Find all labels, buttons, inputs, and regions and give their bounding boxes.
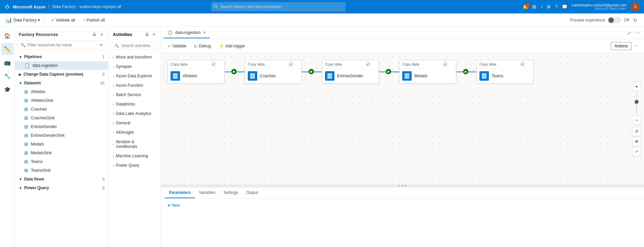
activity-azure-function[interactable]: › Azure Function	[109, 81, 160, 90]
add-trigger-button[interactable]: ⚡ Add trigger	[216, 42, 248, 50]
svg-rect-5	[250, 75, 255, 77]
new-parameter-button[interactable]: + New	[165, 201, 182, 209]
activity-general[interactable]: › General	[109, 118, 160, 128]
canvas-expand-controls: ⤢ ⋯	[626, 29, 644, 37]
zoom-out-button[interactable]: −	[632, 115, 641, 125]
activities-search-input[interactable]	[121, 43, 155, 48]
tab-output[interactable]: Output	[242, 188, 262, 198]
learn-nav-button[interactable]: 🎓	[1, 83, 13, 95]
canvas-actions: Actions ⋯	[611, 42, 640, 50]
zoom-slider-thumb[interactable]	[635, 100, 639, 104]
help-icon[interactable]: ?	[555, 4, 558, 9]
activity-synapse[interactable]: › Synapse	[109, 62, 160, 71]
resources-search-input[interactable]	[28, 43, 98, 47]
activity-move-transform[interactable]: › Move and transform	[109, 52, 160, 62]
dataset-label: Medals	[31, 142, 44, 147]
copy-node-medals[interactable]: Copy data Medals ✓	[399, 60, 456, 84]
fit-page-button[interactable]: ⊡	[632, 127, 641, 136]
zoom-in-button[interactable]: +	[632, 82, 641, 91]
pipeline-canvas[interactable]: + − ⊡ ⊞ ⤢ Copy data	[161, 53, 644, 184]
refresh-button[interactable]: ↻	[632, 16, 639, 24]
validate-all-button[interactable]: ✓ Validate all	[48, 16, 78, 24]
validate-icon: ✓	[168, 44, 171, 48]
debug-button[interactable]: ▷ Debug	[192, 42, 213, 50]
copy-node-athletes[interactable]: Copy data Athletes ✓	[168, 60, 225, 84]
pipeline-tab-data-ingestion[interactable]: 📋 data-ingestion ✕	[164, 28, 210, 38]
preview-toggle[interactable]	[608, 17, 621, 24]
activity-power-query[interactable]: › Power Query	[109, 161, 160, 170]
powerquery-section-header[interactable]: ▼ Power Query 0	[15, 183, 108, 192]
cdc-section-header[interactable]: ▶ Change Data Capture (preview) 0	[15, 70, 108, 79]
pencil-nav-button[interactable]: ✏️	[1, 43, 13, 55]
activity-hdinsight[interactable]: › HDInsight	[109, 128, 160, 137]
activities-search[interactable]: 🔍	[111, 42, 158, 50]
pipeline-item-data-ingestion[interactable]: 📋 data-ingestion	[15, 61, 108, 70]
dataset-entriesgender[interactable]: ⊞ EntriesGender	[15, 122, 108, 131]
manage-nav-button[interactable]: 🔧	[1, 70, 13, 82]
svg-rect-1	[173, 74, 178, 75]
notifications-icon[interactable]: 🔔1	[522, 4, 528, 9]
publish-all-button[interactable]: ↑ Publish all	[81, 16, 108, 24]
dataset-entriesgendersink[interactable]: ⊞ EntriesGenderSink	[15, 131, 108, 140]
activity-label: General	[116, 121, 130, 125]
activity-iteration-conditionals[interactable]: › Iteration & conditionals	[109, 137, 160, 151]
activity-data-lake-analytics[interactable]: › Data Lake Analytics	[109, 109, 160, 118]
resources-search[interactable]: 🔍 +	[17, 40, 106, 50]
global-search[interactable]	[211, 2, 346, 11]
user-avatar[interactable]: S	[631, 2, 640, 11]
home-nav-button[interactable]: 🏠	[1, 30, 13, 42]
bell-icon[interactable]: ♪	[540, 4, 543, 9]
dataset-teamssink[interactable]: ⊞ TeamsSink	[15, 166, 108, 175]
dataset-athletes[interactable]: ⊞ Athletes	[15, 87, 108, 96]
more-options-button[interactable]: ⋯	[634, 29, 641, 37]
tab-settings[interactable]: Settings	[220, 188, 242, 198]
feedback-icon[interactable]: 💬	[562, 4, 567, 9]
dataflows-section-header[interactable]: ▼ Data flows 0	[15, 175, 108, 183]
tab-parameters[interactable]: Parameters	[165, 188, 195, 198]
nav-separator: |	[48, 4, 50, 10]
activity-label: HDInsight	[116, 130, 134, 135]
activity-databricks[interactable]: › Databricks	[109, 99, 160, 109]
copy-node-coaches[interactable]: Copy data Coaches ✓	[245, 60, 302, 84]
activity-azure-data-explorer[interactable]: › Azure Data Explorer	[109, 71, 160, 81]
validate-button[interactable]: ✓ Validate	[165, 42, 189, 50]
monitor-nav-button[interactable]: 📺	[1, 56, 13, 69]
activity-chevron: ›	[113, 131, 114, 134]
actions-button[interactable]: Actions	[611, 42, 631, 50]
copy-node-teams[interactable]: Copy data Teams ✓	[476, 60, 534, 84]
pipelines-section-header[interactable]: ▼ Pipelines 1	[15, 52, 108, 61]
dataset-athletessink[interactable]: ⊞ AthletesSink	[15, 96, 108, 105]
fullscreen-button[interactable]: ⤢	[632, 147, 641, 156]
pipeline-tab-close[interactable]: ✕	[203, 31, 206, 34]
svg-point-0	[214, 5, 217, 7]
dataset-medalssink[interactable]: ⊞ MedalsSink	[15, 149, 108, 157]
hide-activities-button[interactable]: «	[151, 30, 156, 38]
data-factory-label: Data Factory	[13, 18, 37, 23]
dataset-icon: ⊞	[24, 89, 28, 94]
activity-batch-service[interactable]: › Batch Service	[109, 90, 160, 99]
pipelines-label: Pipelines	[24, 54, 42, 59]
global-search-input[interactable]	[220, 4, 343, 9]
dataset-coachessink[interactable]: ⊞ CoachesSink	[15, 114, 108, 122]
more-canvas-options-button[interactable]: ⋯	[633, 42, 640, 50]
collapse-panel-button[interactable]: «	[99, 30, 104, 38]
grid-icon[interactable]: ⊞	[532, 4, 536, 9]
dataset-teams[interactable]: ⊞ Teams	[15, 157, 108, 166]
copy-node-entriesgender[interactable]: Copy data EntriesGender ✓	[322, 60, 379, 84]
expand-canvas-button[interactable]: ⤢	[626, 29, 633, 37]
collapse-all-button[interactable]: ⇊	[91, 30, 98, 38]
collapse-activities-button[interactable]: ⇊	[144, 30, 150, 38]
dropdown-icon[interactable]: ▾	[38, 18, 40, 23]
dataset-medals[interactable]: ⊞ Medals	[15, 140, 108, 149]
dataset-label: MedalsSink	[31, 151, 52, 155]
add-resource-button[interactable]: +	[100, 42, 103, 48]
activity-machine-learning[interactable]: › Machine Learning	[109, 151, 160, 161]
datasets-section-header[interactable]: ▼ Datasets 10	[15, 79, 108, 87]
dataset-coaches[interactable]: ⊞ Coaches	[15, 105, 108, 114]
toggle-state: Off	[624, 18, 629, 23]
powerquery-count: 0	[102, 186, 104, 190]
grid-view-button[interactable]: ⊞	[632, 137, 641, 146]
tab-variables[interactable]: Variables	[195, 188, 219, 198]
dataset-icon: ⊞	[24, 124, 28, 129]
settings-icon[interactable]: ⚙	[547, 4, 551, 9]
